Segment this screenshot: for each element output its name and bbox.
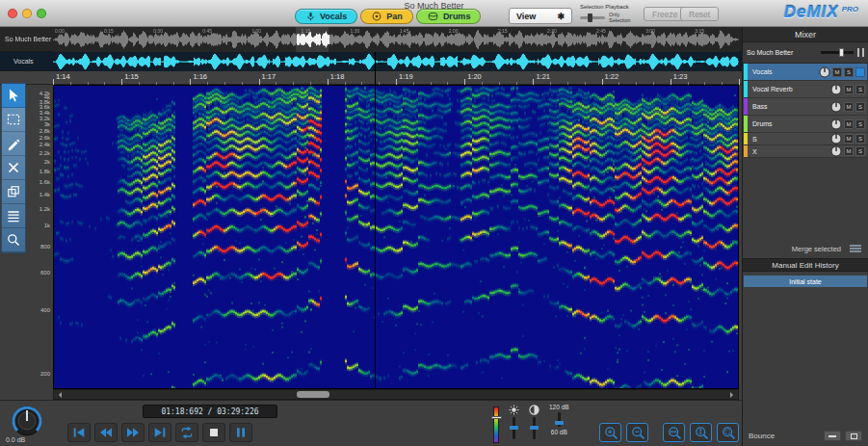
- bounce-minus-button[interactable]: [824, 431, 841, 441]
- stop-button[interactable]: [202, 423, 225, 442]
- zoom-selection-button[interactable]: [717, 423, 739, 442]
- slider-thumb[interactable]: [839, 48, 844, 57]
- track-volume-knob[interactable]: [830, 118, 842, 130]
- solo-button[interactable]: S: [855, 85, 865, 94]
- pointer-tool[interactable]: [2, 84, 25, 108]
- track-volume-knob[interactable]: [830, 145, 842, 157]
- mixer-track-s[interactable]: SMS: [744, 133, 867, 145]
- solo-button[interactable]: S: [855, 102, 865, 112]
- track-volume-knob[interactable]: [830, 133, 842, 144]
- track-name: Drums: [750, 120, 829, 127]
- playhead-line[interactable]: [375, 52, 376, 389]
- harmonics-tool[interactable]: [2, 204, 25, 228]
- reset-button[interactable]: Reset: [680, 7, 719, 21]
- freq-label: 800: [40, 244, 50, 249]
- solo-button[interactable]: S: [844, 67, 854, 77]
- clone-tool[interactable]: [2, 180, 25, 204]
- zoom-view-buttons-group: [663, 423, 739, 442]
- pencil-tool[interactable]: [2, 132, 25, 156]
- freq-label: 2.8k: [39, 128, 50, 134]
- mute-button[interactable]: M: [844, 85, 854, 94]
- mute-button[interactable]: M: [844, 102, 854, 112]
- solo-button[interactable]: S: [855, 134, 865, 144]
- mixer-track-vocals[interactable]: VocalsMS: [744, 64, 867, 81]
- asterisk-icon: ✱: [557, 12, 565, 21]
- active-track-indicator[interactable]: [855, 67, 865, 77]
- transport-bar: 0.0 dB 01:18:692 / 03:29:226 120 dB 60 d…: [0, 400, 742, 446]
- freq-label: 1.2k: [39, 206, 50, 212]
- contrast-slider[interactable]: [533, 417, 536, 439]
- scrollbar-thumb[interactable]: [297, 391, 329, 398]
- mixer-master-label: So Much Better: [747, 49, 817, 56]
- master-volume-slider[interactable]: [821, 51, 854, 54]
- overview-time-mark: 3:00: [645, 28, 655, 34]
- tool-palette: [1, 83, 26, 253]
- slider-thumb[interactable]: [530, 426, 539, 430]
- solo-button[interactable]: S: [855, 146, 865, 156]
- solo-button[interactable]: S: [855, 119, 865, 129]
- track-volume-knob[interactable]: [830, 101, 842, 113]
- track-list-icon[interactable]: [849, 240, 862, 257]
- scroll-right-arrow-icon[interactable]: [730, 392, 736, 398]
- master-overview-track[interactable]: So Much Better 0:000:150:300:451:001:151…: [0, 27, 742, 52]
- skip-end-button[interactable]: [148, 423, 171, 442]
- vocals-waveform[interactable]: [53, 52, 739, 71]
- dynamic-range-slider[interactable]: [558, 412, 561, 427]
- mute-button[interactable]: M: [844, 119, 854, 129]
- merge-selected-button[interactable]: Merge selected: [792, 245, 841, 253]
- zoom-in-button[interactable]: [599, 423, 621, 442]
- marquee-tool[interactable]: [2, 108, 25, 132]
- zoom-out-button[interactable]: [626, 423, 648, 442]
- pause-button[interactable]: [229, 423, 252, 442]
- logo-pro-badge: PRO: [842, 5, 858, 13]
- mixer-master-row[interactable]: So Much Better: [743, 42, 868, 64]
- timeline-tick-label: 1:14: [56, 72, 70, 81]
- track-volume-knob[interactable]: [819, 66, 830, 78]
- volume-readout: 0.0 dB: [6, 436, 25, 443]
- scroll-left-arrow-icon[interactable]: [56, 392, 62, 398]
- delete-tool[interactable]: [2, 156, 25, 180]
- mute-button[interactable]: M: [844, 146, 854, 156]
- vocals-track-row[interactable]: Vocals: [0, 52, 742, 71]
- mixer-track-x[interactable]: XMS: [744, 145, 867, 158]
- mixer-track-drums[interactable]: DrumsMS: [744, 116, 867, 133]
- stem-button-label: Vocals: [320, 12, 347, 21]
- slider-thumb[interactable]: [510, 426, 518, 430]
- stem-button-drums[interactable]: Drums: [416, 9, 482, 24]
- zoom-horizontal-button[interactable]: [663, 423, 685, 442]
- mute-button[interactable]: M: [844, 134, 854, 144]
- colormap-slider[interactable]: [493, 407, 499, 443]
- mixer-track-bass[interactable]: BassMS: [744, 98, 867, 116]
- track-volume-knob[interactable]: [830, 84, 842, 95]
- spectrogram-view[interactable]: [53, 85, 739, 389]
- view-menu-button[interactable]: View ✱: [509, 8, 572, 24]
- stem-button-pan[interactable]: Pan: [360, 9, 413, 24]
- mixer-track-vocal-reverb[interactable]: Vocal ReverbMS: [744, 81, 867, 98]
- skip-start-button[interactable]: [67, 423, 91, 442]
- freq-label: 1k: [44, 223, 50, 228]
- rewind-button[interactable]: [94, 423, 118, 442]
- slider-thumb[interactable]: [588, 13, 592, 22]
- zoom-tool[interactable]: [2, 228, 25, 252]
- track-name: Vocal Reverb: [750, 86, 829, 92]
- brightness-slider[interactable]: [513, 417, 515, 439]
- track-name: Vocals: [750, 68, 817, 75]
- bounce-label: Bounce: [749, 432, 775, 440]
- mute-button[interactable]: M: [832, 67, 842, 77]
- track-color-strip: [744, 116, 748, 132]
- stem-button-vocals[interactable]: Vocals: [295, 9, 357, 24]
- history-item[interactable]: Initial state: [744, 275, 867, 287]
- zoom-vertical-button[interactable]: [690, 423, 712, 442]
- mixer-title: Mixer: [743, 27, 868, 42]
- bounce-export-button[interactable]: [845, 431, 862, 441]
- loop-button[interactable]: [175, 423, 198, 442]
- horizontal-scrollbar[interactable]: [53, 389, 739, 400]
- selection-playback-slider[interactable]: [580, 16, 605, 19]
- fast-forward-button[interactable]: [121, 423, 145, 442]
- spectrogram-canvas[interactable]: [54, 86, 739, 389]
- slider-thumb[interactable]: [555, 421, 564, 425]
- timeline-ruler[interactable]: 1:141:151:161:171:181:191:201:211:221:23…: [0, 71, 742, 85]
- transport-buttons: [67, 423, 252, 442]
- slider-thumb[interactable]: [491, 416, 502, 419]
- zoom-buttons-group: [599, 423, 648, 442]
